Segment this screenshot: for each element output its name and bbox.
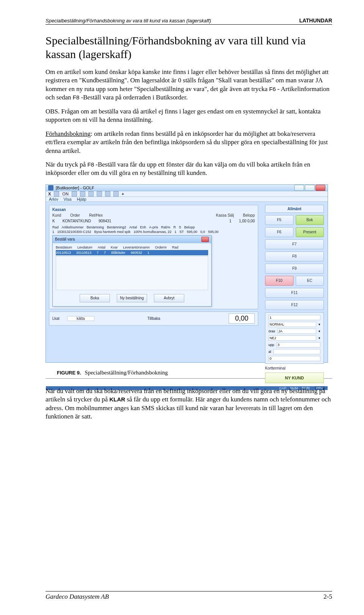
ec-button[interactable]: EC <box>296 276 324 286</box>
th-rad: Rad <box>52 225 59 229</box>
f10-button[interactable]: F10 <box>265 276 293 286</box>
td-enh: ST <box>179 230 184 234</box>
dialog-close-button[interactable] <box>201 237 209 242</box>
dialog-row-selected[interactable]: 20110513 20110513 7 7 Blåkläder 960532 1 <box>56 250 208 255</box>
fld-ja[interactable]: JA <box>278 329 316 334</box>
td-ben2: 100% bomullscanvas, 22 <box>133 230 171 234</box>
val-order: 908431 <box>99 219 111 223</box>
fld-normal[interactable]: NORMAL <box>268 322 316 327</box>
maximize-button[interactable] <box>305 185 315 191</box>
bok-button[interactable]: Bok <box>296 215 324 225</box>
dr-antal: 7 <box>97 251 99 255</box>
dr-ordernr: 960532 <box>131 251 142 255</box>
menu-arkiv[interactable]: Arkiv <box>49 197 58 201</box>
th-antal: Antal <box>129 225 137 229</box>
table-row[interactable]: 1 1530132100300-C152 Byxa hantverk med s… <box>52 230 255 234</box>
fld-1[interactable]: 1 <box>268 315 320 320</box>
fld-3[interactable]: 3 <box>276 342 320 348</box>
dialog-title: Beställ vara <box>55 237 75 241</box>
key-f8-b: F8 <box>87 161 94 168</box>
dr-lev: 20110513 <box>76 251 91 255</box>
figure-number: FIGURE 9. <box>57 370 81 376</box>
th-ben2: Benämning2 <box>107 225 126 229</box>
lbl-upp: upp <box>268 343 274 347</box>
th-rab: Rab% <box>161 225 171 229</box>
f12-button[interactable]: F12 <box>265 300 324 310</box>
dh-best: Bestdatum <box>56 245 72 249</box>
key-f8: F8 <box>73 94 80 101</box>
minimize-button[interactable] <box>294 185 304 191</box>
footer-rule <box>46 591 332 591</box>
td-rad: 1 <box>52 230 54 234</box>
dr-levnamn: Blåkläder <box>111 251 126 255</box>
toolbar-icon[interactable] <box>72 191 77 197</box>
toolbar-plus-icon[interactable]: + <box>122 192 124 196</box>
th-apris: A-pris <box>149 225 158 229</box>
boka-button[interactable]: Boka <box>80 294 110 302</box>
kortterminal-label: Kortterminal <box>265 366 324 370</box>
tab-kassan[interactable]: Kassan <box>52 208 255 212</box>
f6-button[interactable]: F6 <box>265 227 293 237</box>
fld-nej[interactable]: NEJ <box>268 335 316 341</box>
fld-empty[interactable] <box>273 349 320 354</box>
th-ben: Benämning <box>87 225 104 229</box>
dh-kvar: Kvar <box>111 245 118 249</box>
app-icon <box>48 185 53 190</box>
present-button[interactable]: Present <box>296 227 324 237</box>
dh-levnamn: Leverantörsnamn <box>123 245 150 249</box>
dialog-list-area <box>56 256 208 290</box>
th-bel: Belopp <box>184 225 195 229</box>
header-breadcrumb: Specialbeställning/Förhandsbokning av va… <box>46 18 211 24</box>
fld-0[interactable]: 0 <box>268 356 320 361</box>
f11-button[interactable]: F11 <box>265 288 324 298</box>
td-bel: 595,00 <box>208 230 219 234</box>
paragraph-5: När du valt om du ska boka/reservera frå… <box>46 387 332 421</box>
toolbar-icon[interactable] <box>113 191 119 197</box>
total-value: 0,00 <box>229 313 255 324</box>
menu-hjalp[interactable]: Hjälp <box>77 197 86 201</box>
header-rule <box>46 24 332 25</box>
val-k: K <box>52 219 55 223</box>
p4a: När du tryck på <box>46 161 87 168</box>
ny-bestallning-button[interactable]: Ny beställning <box>117 294 147 302</box>
toolbar-icon[interactable] <box>97 191 102 197</box>
footer-left: Gardeco Datasystem AB <box>46 593 109 601</box>
ny-kund-button[interactable]: NY KUND <box>265 373 324 383</box>
kassan-panel: Kassan Kund Order Ret/Hex Kassa Sälj Bel… <box>49 205 258 309</box>
katta-field[interactable]: kätta <box>67 316 94 321</box>
f9-button[interactable]: F9 <box>265 264 324 274</box>
f7-button[interactable]: F7 <box>265 239 324 249</box>
dh-rad: Rad <box>172 245 179 249</box>
paragraph-4: När du tryck på F8 -Beställ vara får du … <box>46 160 332 178</box>
screenshot: [Butiksorder] - GOLF X ON + <box>46 184 328 363</box>
menubar: Arkiv Visa Hjälp <box>46 197 328 202</box>
th-art: Artikelnummer <box>62 225 84 229</box>
dr-kvar: 7 <box>104 251 106 255</box>
dh-antal: Antal <box>98 245 106 249</box>
f8-button[interactable]: F8 <box>265 252 324 261</box>
close-button[interactable] <box>315 185 325 191</box>
window-title: [Butiksorder] - GOLF <box>56 186 94 190</box>
window-titlebar: [Butiksorder] - GOLF <box>46 185 328 191</box>
val-kundname: KONTANTKUND <box>63 219 91 223</box>
col-rethex: Ret/Hex <box>89 213 103 217</box>
toolbar-icon[interactable] <box>54 191 59 197</box>
p1c: -Beställ vara på orderraden i Butiksorde… <box>81 94 188 101</box>
figure-text: Specialbeställning/Förhandsbokning <box>85 370 168 376</box>
toolbar-icon[interactable] <box>105 191 110 197</box>
toolbar-x-icon[interactable]: X <box>48 192 51 196</box>
td-apris: 595,00 <box>187 230 198 234</box>
menu-visa[interactable]: Visa <box>63 197 71 201</box>
toolbar-icon[interactable] <box>88 191 94 197</box>
th-enh: Enh <box>140 225 146 229</box>
f5-button[interactable]: F5 <box>265 215 293 225</box>
paragraph-1: Om en artikel som kund önskar köpa kansk… <box>46 68 332 102</box>
td-rab: 0,0 <box>200 230 205 234</box>
p3-lead: Förhandsbokning <box>46 130 91 137</box>
key-klar: KLAR <box>110 396 126 403</box>
avbryt-button[interactable]: Avbryt <box>154 294 184 302</box>
toolbar-icon[interactable] <box>80 191 85 197</box>
header-section: LATHUNDAR <box>299 17 332 24</box>
footer-page: 2-5 <box>323 593 332 601</box>
td-antal: 1 <box>174 230 176 234</box>
